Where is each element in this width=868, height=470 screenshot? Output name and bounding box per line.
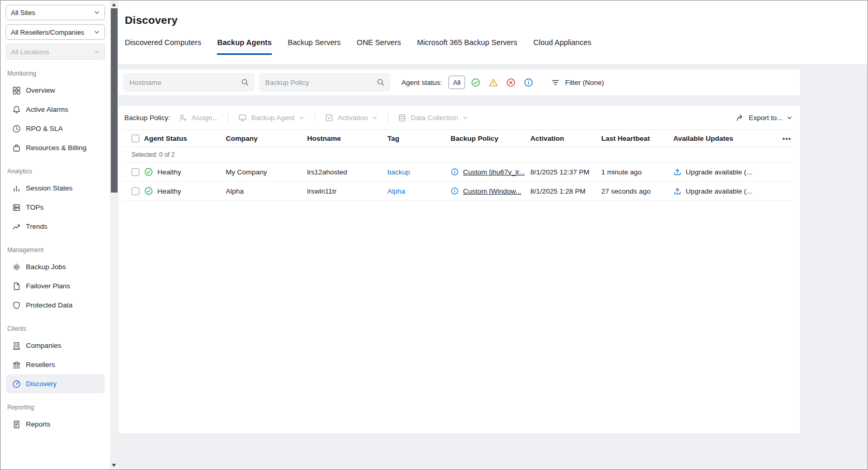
table-card: Backup Policy: Assign... Backup Agent Ac… <box>119 106 800 433</box>
agent-status-label: Agent status: <box>401 79 442 86</box>
cell-backup-policy: Custom [Window... <box>451 187 530 195</box>
row-checkbox[interactable] <box>132 168 139 176</box>
data-collection-icon <box>398 113 407 122</box>
tab-one-servers[interactable]: ONE Servers <box>357 38 401 55</box>
status-filter-info-icon[interactable] <box>521 75 536 90</box>
sidebar-item-resources-billing[interactable]: Resources & Billing <box>6 138 105 157</box>
sidebar-item-resellers[interactable]: Resellers <box>6 355 105 374</box>
sidebar-item-tops[interactable]: TOPs <box>6 198 105 217</box>
selection-summary: Selected: 0 of 2 <box>123 147 795 163</box>
export-button[interactable]: Export to... <box>733 113 795 122</box>
bag-icon <box>12 143 21 153</box>
sidebar-item-session-states[interactable]: Session States <box>6 179 105 198</box>
sidebar-item-label: Backup Jobs <box>26 263 66 271</box>
page-header: Discovery Discovered Computers Backup Ag… <box>119 1 867 64</box>
col-last-heartbeat[interactable]: Last Heartbeat <box>601 135 673 142</box>
sites-dropdown-value: All Sites <box>11 9 35 17</box>
upgrade-icon <box>673 168 682 176</box>
sidebar-item-active-alarms[interactable]: Active Alarms <box>6 100 105 119</box>
policy-link[interactable]: Custom [Window... <box>463 187 522 195</box>
locations-dropdown-value: All Locations <box>11 48 49 56</box>
tab-discovered-computers[interactable]: Discovered Computers <box>125 38 201 55</box>
scroll-down-icon[interactable] <box>112 464 116 467</box>
col-backup-policy[interactable]: Backup Policy <box>451 135 530 142</box>
backup-policy-search <box>259 73 390 92</box>
resellers-dropdown[interactable]: All Resellers/Companies <box>6 24 105 40</box>
sites-dropdown[interactable]: All Sites <box>6 5 105 20</box>
section-label-management: Management <box>7 246 103 254</box>
status-filter-warning-icon[interactable] <box>486 75 500 90</box>
col-tag[interactable]: Tag <box>387 135 451 142</box>
cell-hostname: lrswln11tr <box>307 187 387 195</box>
locations-dropdown: All Locations <box>6 44 105 60</box>
backup-agent-button[interactable]: Backup Agent <box>235 113 307 122</box>
chevron-down-icon <box>299 115 305 121</box>
col-activation[interactable]: Activation <box>530 135 601 142</box>
info-icon[interactable] <box>451 187 459 195</box>
resellers-dropdown-value: All Resellers/Companies <box>11 28 84 36</box>
tab-backup-agents[interactable]: Backup Agents <box>217 38 271 55</box>
hostname-search-input[interactable] <box>123 73 255 92</box>
sidebar-item-label: Resellers <box>26 361 55 369</box>
data-collection-button[interactable]: Data Collection <box>395 113 471 122</box>
tab-m365-backup-servers[interactable]: Microsoft 365 Backup Servers <box>417 38 517 55</box>
action-toolbar: Backup Policy: Assign... Backup Agent Ac… <box>119 106 800 129</box>
select-all-checkbox[interactable] <box>132 135 139 142</box>
trend-icon <box>12 222 21 231</box>
chevron-down-icon <box>787 115 792 121</box>
cell-available-updates: Upgrade available (... <box>673 187 775 195</box>
table-row[interactable]: Healthy My Company lrs12ahosted backup C… <box>123 163 795 182</box>
tab-backup-servers[interactable]: Backup Servers <box>288 38 341 55</box>
scrollbar-thumb[interactable] <box>111 8 118 193</box>
sidebar-item-discovery[interactable]: Discovery <box>6 374 105 393</box>
sidebar-item-trends[interactable]: Trends <box>6 217 105 236</box>
table-row[interactable]: Healthy Alpha lrswln11tr Alpha Custom [W… <box>123 182 795 201</box>
policy-link[interactable]: Custom [jhu67y_lr... <box>463 168 525 176</box>
sidebar-item-overview[interactable]: Overview <box>6 81 105 100</box>
cell-hostname: lrs12ahosted <box>307 168 387 176</box>
scroll-up-icon[interactable] <box>112 3 116 6</box>
agent-status-all-button[interactable]: All <box>449 76 465 89</box>
sidebar-item-failover-plans[interactable]: Failover Plans <box>6 276 105 296</box>
radar-icon <box>12 379 21 389</box>
tag-link[interactable]: Alpha <box>387 187 406 195</box>
hostname-search <box>123 73 255 92</box>
sidebar-item-label: Session States <box>26 184 73 192</box>
info-icon[interactable] <box>451 168 459 176</box>
chevron-down-icon <box>372 115 378 121</box>
sidebar-item-label: TOPs <box>26 203 44 211</box>
col-agent-status[interactable]: Agent Status <box>144 135 226 142</box>
cell-agent-status: Healthy <box>144 186 226 196</box>
sidebar-item-label: RPO & SLA <box>26 125 63 133</box>
row-checkbox[interactable] <box>132 187 139 195</box>
report-icon <box>12 420 21 429</box>
sidebar-item-reports[interactable]: Reports <box>6 415 105 434</box>
assign-button[interactable]: Assign... <box>176 113 222 122</box>
backup-policy-search-input[interactable] <box>259 73 390 92</box>
cell-tag: backup <box>387 168 451 176</box>
activation-button[interactable]: Activation <box>322 113 381 122</box>
tag-link[interactable]: backup <box>387 168 410 176</box>
status-filter-healthy-icon[interactable] <box>468 75 483 90</box>
sidebar-item-rpo-sla[interactable]: RPO & SLA <box>6 119 105 138</box>
col-available-updates[interactable]: Available Updates <box>673 135 775 142</box>
tab-cloud-appliances[interactable]: Cloud Appliances <box>533 38 591 55</box>
filter-icon <box>551 78 560 87</box>
chevron-down-icon <box>94 9 100 16</box>
sidebar-item-backup-jobs[interactable]: Backup Jobs <box>6 257 105 276</box>
col-hostname[interactable]: Hostname <box>307 135 387 142</box>
column-options-icon[interactable]: ••• <box>775 135 795 142</box>
sidebar-item-companies[interactable]: Companies <box>6 336 105 355</box>
toolbar-divider <box>228 112 228 123</box>
col-company[interactable]: Company <box>226 135 307 142</box>
gear-icon <box>12 262 21 272</box>
filter-none-button[interactable]: Filter (None) <box>551 78 604 87</box>
sidebar-item-protected-data[interactable]: Protected Data <box>6 296 105 315</box>
sidebar-scrollbar[interactable] <box>110 1 119 469</box>
chevron-down-icon <box>94 29 100 35</box>
status-filter-error-icon[interactable] <box>503 75 518 90</box>
cell-company: Alpha <box>226 187 307 195</box>
search-icon <box>377 78 385 86</box>
chevron-down-icon <box>462 115 468 121</box>
sidebar-item-label: Resources & Billing <box>26 144 86 152</box>
